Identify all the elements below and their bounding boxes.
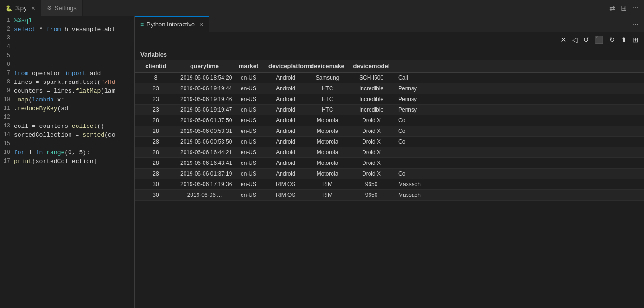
table-cell: en-US — [232, 94, 265, 104]
table-cell: Samsung — [306, 73, 348, 83]
editor-panel: 1 %%sql 2 select * from hivesampletabl 3… — [0, 16, 134, 308]
table-cell: Android — [265, 73, 306, 83]
undo-toolbar-btn[interactable]: ↺ — [581, 35, 591, 45]
table-cell: Droid X — [348, 137, 395, 147]
table-cell: en-US — [232, 169, 265, 179]
table-row: 282019-06-06 00:53:31en-USAndroidMotorol… — [135, 126, 644, 137]
table-cell: en-US — [232, 73, 265, 83]
table-cell: en-US — [232, 126, 265, 136]
table-cell: en-US — [232, 158, 265, 168]
table-cell: Co — [395, 137, 644, 147]
table-body: 82019-06-06 18:54:20en-USAndroidSamsungS… — [135, 73, 644, 201]
table-cell: 2019-06-06 19:19:46 — [177, 94, 232, 104]
table-cell: Android — [265, 158, 306, 168]
table-cell: en-US — [232, 83, 265, 94]
editor-tab-close[interactable]: × — [32, 5, 35, 12]
table-row: 282019-06-06 16:43:41en-USAndroidMotorol… — [135, 158, 644, 169]
tab-editor[interactable]: 🐍 3.py × — [0, 0, 41, 16]
col-header-devicemodel: devicemodel — [348, 62, 395, 70]
table-cell: 8 — [135, 73, 177, 83]
table-row: 282019-06-06 00:53:50en-USAndroidMotorol… — [135, 137, 644, 147]
table-cell: Android — [265, 169, 306, 179]
table-cell: en-US — [232, 179, 265, 189]
table-cell: 23 — [135, 105, 177, 115]
col-header-querytime: querytime — [177, 62, 232, 70]
table-cell: 2019-06-06 19:19:47 — [177, 105, 232, 115]
interactive-tab-actions: ··· — [627, 16, 644, 32]
table-cell: 2019-06-06 18:54:20 — [177, 73, 232, 83]
table-cell: Android — [265, 147, 306, 157]
table-cell — [395, 158, 644, 168]
table-row: 282019-06-06 01:37:50en-USAndroidMotorol… — [135, 115, 644, 126]
tab-python-interactive[interactable]: ≡ Python Interactive × — [135, 16, 209, 32]
editor-tab-actions: ⇄ ⊞ ··· — [604, 0, 644, 16]
table-cell: 2019-06-06 16:43:41 — [177, 158, 232, 168]
main-area: 1 %%sql 2 select * from hivesampletabl 3… — [0, 16, 644, 308]
table-cell: 28 — [135, 158, 177, 168]
table-cell: en-US — [232, 190, 265, 200]
table-cell: Motorola — [306, 169, 348, 179]
table-cell: Droid X — [348, 158, 395, 168]
col-header-extra — [395, 62, 644, 70]
table-cell: HTC — [306, 94, 348, 104]
table-cell: 23 — [135, 83, 177, 94]
data-table: clientid querytime market deviceplatform… — [135, 60, 644, 308]
table-cell: Android — [265, 83, 306, 94]
interactive-more-icon[interactable]: ··· — [631, 19, 640, 29]
close-toolbar-btn[interactable]: ✕ — [559, 35, 568, 45]
table-cell: RIM — [306, 179, 348, 189]
table-cell: en-US — [232, 115, 265, 126]
table-cell: 28 — [135, 169, 177, 179]
table-cell: Motorola — [306, 137, 348, 147]
table-cell: Android — [265, 105, 306, 115]
tab-bar: 🐍 3.py × ⚙ Settings ⇄ ⊞ ··· — [0, 0, 644, 16]
interactive-tab-label: Python Interactive — [147, 21, 195, 28]
table-row: 232019-06-06 19:19:44en-USAndroidHTCIncr… — [135, 83, 644, 94]
table-row: 302019-06-06 17:19:36en-USRIM OSRIM9650M… — [135, 179, 644, 190]
back-toolbar-btn[interactable]: ◁ — [570, 35, 580, 45]
interactive-panel: ≡ Python Interactive × ··· ✕ ◁ ↺ ⬛ ↻ ⬆ ⊞… — [134, 16, 644, 308]
variables-section: Variables — [135, 47, 644, 60]
table-cell: Cali — [395, 73, 644, 83]
col-header-clientid: clientid — [135, 62, 177, 70]
grid-toolbar-btn[interactable]: ⊞ — [631, 35, 640, 45]
table-row: 282019-06-06 01:37:19en-USAndroidMotorol… — [135, 169, 644, 179]
table-cell: RIM — [306, 190, 348, 200]
table-cell: 23 — [135, 94, 177, 104]
table-cell: Co — [395, 115, 644, 126]
table-cell: en-US — [232, 105, 265, 115]
interactive-tab-close[interactable]: × — [199, 21, 203, 28]
table-row: 302019-06-06 ...en-USRIM OSRIM9650Massac… — [135, 190, 644, 201]
table-cell: 2019-06-06 01:37:19 — [177, 169, 232, 179]
table-cell: Motorola — [306, 147, 348, 157]
table-cell: Incredible — [348, 83, 395, 94]
table-cell: en-US — [232, 137, 265, 147]
settings-icon: ⚙ — [47, 5, 52, 11]
table-cell: RIM OS — [265, 179, 306, 189]
table-cell: RIM OS — [265, 190, 306, 200]
python-interactive-icon: ≡ — [140, 21, 144, 28]
table-row: 232019-06-06 19:19:46en-USAndroidHTCIncr… — [135, 94, 644, 105]
export-toolbar-btn[interactable]: ⬆ — [619, 35, 629, 45]
table-cell: Android — [265, 94, 306, 104]
table-cell — [395, 147, 644, 157]
table-cell: Co — [395, 126, 644, 136]
interactive-tab-bar: ≡ Python Interactive × ··· — [135, 16, 644, 32]
split-editor-icon[interactable]: ⇄ — [607, 3, 617, 13]
table-cell: 9650 — [348, 179, 395, 189]
stop-toolbar-btn[interactable]: ⬛ — [593, 35, 606, 45]
table-cell: Droid X — [348, 169, 395, 179]
table-cell: Motorola — [306, 158, 348, 168]
table-cell: en-US — [232, 147, 265, 157]
table-cell: SCH-i500 — [348, 73, 395, 83]
table-cell: HTC — [306, 83, 348, 94]
redo-toolbar-btn[interactable]: ↻ — [607, 35, 617, 45]
col-header-devicemake: devicemake — [306, 62, 348, 70]
context-menu-overlay: Go to Definition F12 Peek Definition Alt… — [0, 16, 134, 308]
table-cell: 28 — [135, 137, 177, 147]
layout-icon[interactable]: ⊞ — [619, 3, 629, 13]
table-row: 282019-06-06 16:44:21en-USAndroidMotorol… — [135, 147, 644, 158]
col-header-market: market — [232, 62, 265, 70]
more-actions-icon[interactable]: ··· — [631, 3, 640, 13]
tab-settings[interactable]: ⚙ Settings — [41, 0, 83, 16]
